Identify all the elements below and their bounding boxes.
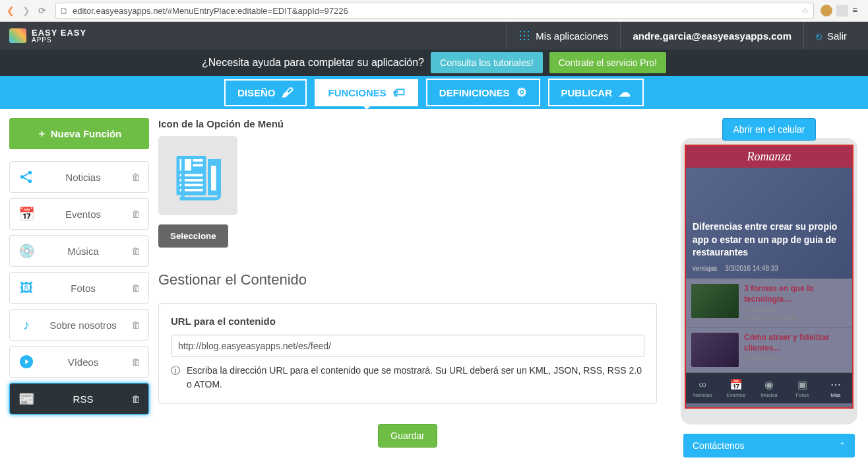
news-tag: restaurantes bbox=[744, 355, 847, 362]
menu-icon-preview bbox=[158, 136, 237, 215]
nav-noticias[interactable]: ∞Noticias bbox=[686, 373, 719, 403]
image-icon: 🖼 bbox=[18, 279, 35, 296]
news-title: Cómo atraer y fidelizar clientes… bbox=[744, 333, 847, 353]
browser-back[interactable]: ❮ bbox=[4, 4, 17, 17]
news-title: 3 formas en que la tecnología… bbox=[744, 284, 847, 304]
sidebar-item-label: Sobre nosotros bbox=[44, 320, 122, 331]
nav-label: Eventos bbox=[726, 392, 745, 398]
preview-panel: Abrir en el celular Romanza Diferencias … bbox=[670, 109, 868, 467]
sidebar-item-noticias[interactable]: Noticias 🗑 bbox=[9, 161, 149, 193]
share-icon: ∞ bbox=[699, 379, 706, 391]
news-item[interactable]: Cómo atraer y fidelizar clientes… restau… bbox=[686, 327, 852, 373]
play-icon bbox=[18, 353, 35, 370]
cloud-upload-icon: ☁ bbox=[619, 85, 631, 100]
url-field-label: URL para el contenido bbox=[171, 316, 644, 327]
sidebar-item-label: Fotos bbox=[44, 283, 122, 294]
trash-icon[interactable]: 🗑 bbox=[131, 393, 140, 404]
nav-fotos[interactable]: ▣Fotos bbox=[786, 373, 819, 403]
phone-screen: Romanza Diferencias entre crear su propi… bbox=[685, 145, 853, 409]
url-hint: ⓘ Escriba la dirección URL para el conte… bbox=[171, 364, 644, 391]
tab-design[interactable]: DISEÑO 🖌 bbox=[224, 79, 307, 106]
my-apps-link[interactable]: Mis aplicaciones bbox=[506, 22, 620, 50]
nav-mas[interactable]: ⋯Más bbox=[819, 373, 852, 403]
tab-definitions-label: DEFINICIONES bbox=[439, 87, 510, 98]
nav-label: Fotos bbox=[795, 392, 809, 398]
image-icon: ▣ bbox=[797, 378, 807, 391]
gear-icon: ⚙ bbox=[516, 85, 527, 100]
pro-service-button[interactable]: Contrate el servicio Pro! bbox=[549, 52, 666, 73]
info-icon: ⓘ bbox=[171, 364, 180, 391]
manage-content-heading: Gestionar el Contenido bbox=[158, 271, 657, 288]
save-button[interactable]: Guardar bbox=[378, 424, 437, 448]
trash-icon[interactable]: 🗑 bbox=[131, 320, 140, 330]
tab-functions-label: FUNCIONES bbox=[328, 87, 386, 98]
logo-icon bbox=[9, 28, 26, 43]
extensions: ≡ bbox=[821, 5, 864, 17]
logout-link[interactable]: ⎋ Salir bbox=[803, 22, 859, 50]
sidebar-item-musica[interactable]: 💿 Música 🗑 bbox=[9, 235, 149, 267]
sidebar-item-label: RSS bbox=[44, 393, 122, 405]
app-header: Romanza bbox=[686, 146, 852, 168]
tab-publish-label: PUBLICAR bbox=[561, 87, 613, 98]
content-card: URL para el contenido ⓘ Escriba la direc… bbox=[158, 303, 657, 404]
newspaper-icon bbox=[171, 149, 224, 202]
sidebar-item-eventos[interactable]: 📅 Eventos 🗑 bbox=[9, 198, 149, 230]
hero-article[interactable]: Diferencias entre crear su propio app o … bbox=[686, 168, 852, 279]
brand-line1: EASY EASY bbox=[32, 28, 86, 37]
nav-musica[interactable]: ◉Música bbox=[753, 373, 786, 403]
menu-icon[interactable]: ≡ bbox=[852, 5, 864, 17]
url-text: editor.easyeasyapps.net/#MenuEntryPlace:… bbox=[73, 6, 348, 16]
share-icon bbox=[18, 168, 35, 186]
news-item[interactable]: 3 formas en que la tecnología… restauran… bbox=[686, 279, 852, 327]
trash-icon[interactable]: 🗑 bbox=[131, 246, 140, 256]
trash-icon[interactable]: 🗑 bbox=[131, 356, 140, 367]
trash-icon[interactable]: 🗑 bbox=[131, 172, 140, 182]
sidebar-item-fotos[interactable]: 🖼 Fotos 🗑 bbox=[9, 272, 149, 304]
new-function-button[interactable]: ＋ Nueva Función bbox=[9, 118, 149, 149]
calendar-icon: 📅 bbox=[729, 378, 743, 391]
url-bar[interactable]: 🗋 editor.easyeasyapps.net/#MenuEntryPlac… bbox=[55, 3, 814, 18]
open-on-phone-button[interactable]: Abrir en el celular bbox=[722, 118, 817, 141]
music-note-icon: ♪ bbox=[18, 316, 35, 333]
ext-icon[interactable] bbox=[836, 5, 848, 17]
url-input[interactable] bbox=[171, 335, 644, 357]
page-icon: 🗋 bbox=[60, 6, 69, 16]
icon-section-title: Icon de la Opción de Menú bbox=[158, 118, 657, 129]
main-tabs: DISEÑO 🖌 FUNCIONES 🏷 DEFINICIONES ⚙ PUBL… bbox=[0, 76, 868, 109]
sidebar-item-label: Música bbox=[44, 246, 122, 257]
tab-functions[interactable]: FUNCIONES 🏷 bbox=[315, 79, 418, 106]
tab-definitions[interactable]: DEFINICIONES ⚙ bbox=[426, 79, 540, 106]
more-icon: ⋯ bbox=[830, 378, 841, 391]
browser-reload[interactable]: ⟳ bbox=[36, 4, 49, 17]
browser-forward[interactable]: ❯ bbox=[20, 4, 33, 17]
user-email-text: andre.garcia@easyeasyapps.com bbox=[633, 30, 791, 42]
apps-grid-icon bbox=[518, 30, 530, 42]
sidebar-item-rss[interactable]: 📰 RSS 🗑 bbox=[9, 383, 149, 415]
svg-rect-10 bbox=[193, 159, 203, 162]
help-question: ¿Necesita ayuda para completar su aplica… bbox=[202, 57, 424, 69]
disc-icon: ◉ bbox=[764, 378, 774, 391]
nav-eventos[interactable]: 📅Eventos bbox=[719, 373, 752, 403]
tab-design-label: DISEÑO bbox=[237, 87, 276, 98]
news-tag: restaurante bbox=[744, 306, 847, 313]
sidebar-item-sobre[interactable]: ♪ Sobre nosotros 🗑 bbox=[9, 309, 149, 341]
bookmark-star-icon[interactable]: ☆ bbox=[801, 6, 809, 16]
brand-logo[interactable]: EASY EASY APPS bbox=[9, 28, 86, 44]
nav-label: Más bbox=[830, 392, 840, 398]
plus-icon: ＋ bbox=[37, 127, 47, 140]
app-bottom-nav: ∞Noticias 📅Eventos ◉Música ▣Fotos ⋯Más bbox=[686, 373, 852, 403]
logout-icon: ⎋ bbox=[816, 30, 822, 42]
user-email[interactable]: andre.garcia@easyeasyapps.com bbox=[620, 22, 803, 50]
tab-publish[interactable]: PUBLICAR ☁ bbox=[548, 79, 644, 106]
trash-icon[interactable]: 🗑 bbox=[131, 209, 140, 219]
tutorials-button[interactable]: Consulta los tutoriales! bbox=[431, 52, 543, 73]
contact-us-button[interactable]: Contáctenos ⌃ bbox=[683, 434, 855, 457]
trash-icon[interactable]: 🗑 bbox=[131, 283, 140, 293]
help-bar: ¿Necesita ayuda para completar su aplica… bbox=[0, 50, 868, 76]
hero-tag: ventajas bbox=[693, 265, 717, 272]
sidebar-item-videos[interactable]: Vídeos 🗑 bbox=[9, 346, 149, 378]
select-icon-button[interactable]: Seleccione bbox=[158, 224, 228, 248]
cookie-ext-icon[interactable] bbox=[821, 5, 832, 17]
sidebar-item-label: Eventos bbox=[44, 209, 122, 220]
contact-label: Contáctenos bbox=[693, 440, 745, 451]
